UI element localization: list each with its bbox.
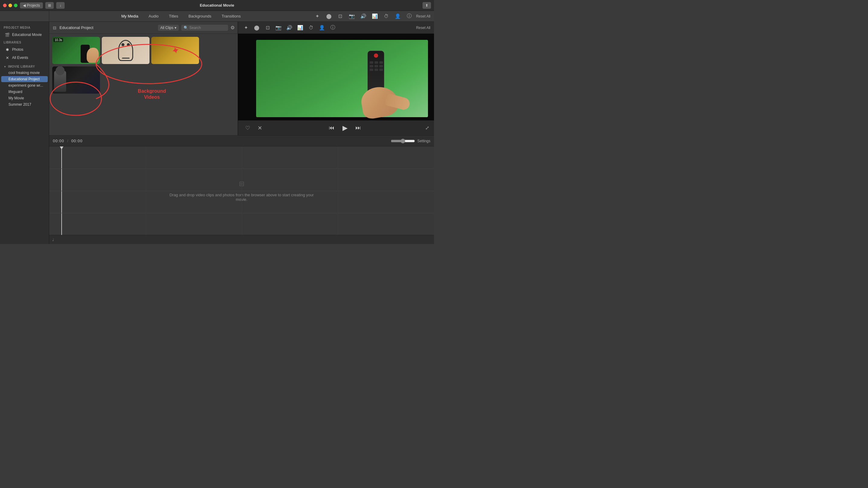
current-time: 00:00 [53,139,64,143]
preview-video-content [238,34,434,120]
close-button[interactable] [3,4,7,7]
playback-right-controls: ⤢ [425,125,429,131]
tab-titles[interactable]: Titles [164,12,183,20]
project-media-label: PROJECT MEDIA [0,24,49,30]
time-separator: / [67,139,68,143]
preview-tools-left: ✦ ⬤ ⊡ 📷 🔊 📊 ⏱ 👤 ⓘ [242,24,337,32]
media-browser: 10.3s [49,34,238,135]
search-box: 🔍 [181,25,228,31]
info-tool-button[interactable]: ⓘ [329,24,337,32]
projects-back-button[interactable]: ◀ Projects [20,2,43,8]
zoom-slider[interactable] [391,139,415,144]
view-toggle-button[interactable]: ⊞ [45,2,54,9]
download-button[interactable]: ↓ [56,2,65,9]
separator-2 [242,147,242,235]
magic-wand-button[interactable]: ✦ [313,12,322,21]
browser-title: Educational Project [60,25,93,30]
photos-icon: ✱ [5,47,10,52]
total-time: 00:00 [71,139,83,143]
browser-controls: All Clips ▾ 🔍 ⚙ [158,25,235,31]
window-title: Educational Movie [199,3,234,7]
crop-button[interactable]: ⊡ [336,12,345,21]
tab-backgrounds[interactable]: Backgrounds [184,12,216,20]
like-button[interactable]: ♡ [243,123,252,133]
clips-top-row: 10.3s [52,37,235,64]
titlebar-right: ⬆ [423,2,431,9]
chart-tool-button[interactable]: 📊 [296,24,304,32]
tab-transitions[interactable]: Transitions [217,12,246,20]
play-button[interactable]: ▶ [340,123,350,133]
speed-tool-button[interactable]: ⏱ [307,24,315,32]
content-area: ⊟ Educational Project All Clips ▾ 🔍 ⚙ [49,22,434,244]
volume-tool-button[interactable]: 🔊 [285,24,293,32]
back-chevron-icon: ◀ [23,3,26,7]
svg-text:Videos: Videos [144,94,160,100]
timeline-content: ⊞ Drag and drop video clips and photos f… [49,147,434,235]
sidebar-item-educational-movie[interactable]: 🎬 Educational Movie [1,31,48,39]
separator-1 [146,147,146,235]
skip-back-button[interactable]: ⏮ [327,123,336,133]
main-layout: PROJECT MEDIA 🎬 Educational Movie LIBRAR… [0,22,434,244]
color-button[interactable]: ⬤ [324,12,334,21]
toolbar-tools: ✦ ⬤ ⊡ 📷 🔊 📊 ⏱ 👤 ⓘ Reset All [313,12,434,21]
skip-forward-button[interactable]: ⏭ [353,123,363,133]
playback-left-controls: ♡ ✕ [243,123,265,133]
reset-all-preview-button[interactable]: Reset All [416,26,430,30]
clip-action[interactable]: ✦ [151,37,199,64]
audio-icon-button[interactable]: 🔊 [359,12,368,21]
gear-button[interactable]: ⚙ [230,25,235,30]
tab-my-media[interactable]: My Media [117,12,143,20]
sidebar-item-all-events[interactable]: ✕ All Events [1,54,48,62]
timeline-right-controls: Settings [391,139,430,144]
clip-dark-cartoon[interactable] [52,66,100,94]
preview-toolbar: ✦ ⬤ ⊡ 📷 🔊 📊 ⏱ 👤 ⓘ Reset All [238,22,434,34]
sidebar-item-summer-2017[interactable]: Summer 2017 [1,101,48,108]
clips-selector[interactable]: All Clips ▾ [158,25,179,31]
clips-bottom-row [52,66,235,94]
speed-button[interactable]: ⏱ [382,12,391,21]
search-input[interactable] [189,26,226,30]
clip-duration-1: 10.3s [54,38,63,42]
browser-header: ⊟ Educational Project All Clips ▾ 🔍 ⚙ [49,22,238,34]
sidebar-item-cool-freaking-movie[interactable]: cool freaking movie [1,70,48,76]
portrait-tool-button[interactable]: 👤 [318,24,326,32]
close-x-icon: ✕ [5,55,10,60]
camera-icon-button[interactable]: 📷 [347,12,356,21]
dislike-button[interactable]: ✕ [255,123,265,133]
enhance-tool-button[interactable]: ✦ [242,24,250,32]
crop-tool-button[interactable]: ⊡ [264,24,272,32]
reset-all-button[interactable]: Reset All [416,14,430,19]
tab-audio[interactable]: Audio [144,12,163,20]
sidebar-item-educational-project[interactable]: Educational Project [1,76,48,82]
info-button[interactable]: ⓘ [405,12,414,21]
video-area [238,34,434,120]
clip-skeleton[interactable] [102,37,150,64]
playback-center-controls: ⏮ ▶ ⏭ [327,123,363,133]
chart-button[interactable]: 📊 [370,12,379,21]
sidebar-item-my-movie[interactable]: My Movie [1,95,48,101]
clip-green-screen[interactable]: 10.3s [52,37,100,64]
sidebar-item-lifeguard[interactable]: lifeguard [1,89,48,95]
film-icon: 🎬 [5,32,10,37]
minimize-button[interactable] [8,4,12,7]
sidebar-item-photos[interactable]: ✱ Photos [1,45,48,54]
dropdown-chevron-icon: ▾ [175,26,176,30]
sidebar: PROJECT MEDIA 🎬 Educational Movie LIBRAR… [0,22,49,244]
libraries-label: LIBRARIES [0,39,49,45]
playback-controls: ♡ ✕ ⏮ ▶ ⏭ ⤢ [238,120,434,135]
sidebar-item-experiment-gone-wrong[interactable]: experiment gone wr... [1,83,48,89]
separator-3 [338,147,338,235]
timeline-header: 00:00 / 00:00 Settings [49,135,434,147]
user-button[interactable]: 👤 [393,12,402,21]
share-button[interactable]: ⬆ [423,2,431,9]
fullscreen-button[interactable]: ⤢ [425,125,429,131]
maximize-button[interactable] [14,4,18,7]
traffic-lights [3,4,18,7]
time-display-group: 00:00 / 00:00 [53,139,83,143]
media-browser-panel: ⊟ Educational Project All Clips ▾ 🔍 ⚙ [49,22,238,135]
color-tool-button[interactable]: ⬤ [252,24,261,32]
camera-tool-button[interactable]: 📷 [274,24,283,32]
browser-layout-toggle[interactable]: ⊟ [52,25,57,31]
timeline-settings-button[interactable]: Settings [417,139,430,143]
search-icon: 🔍 [184,26,188,30]
